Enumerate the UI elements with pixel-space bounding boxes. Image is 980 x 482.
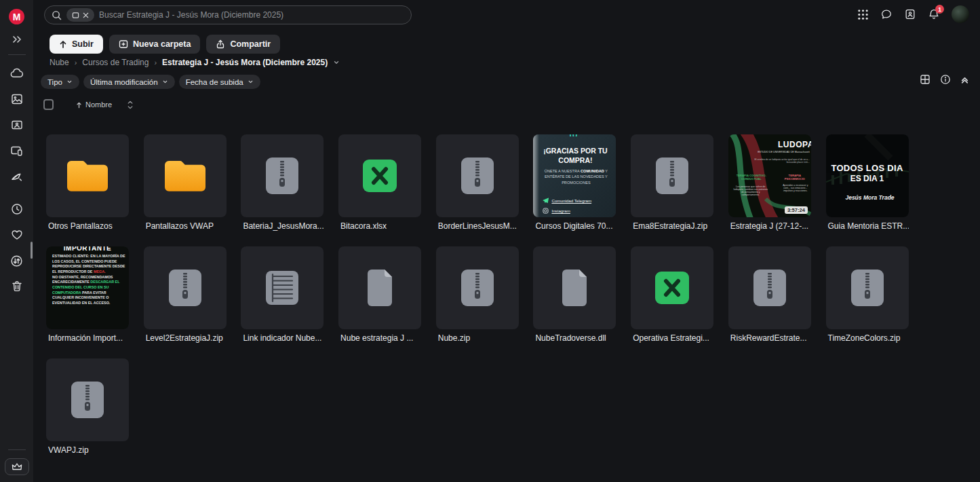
item-name: Guia Mentoria ESTR... (826, 221, 909, 231)
upload-arrow-icon (59, 40, 67, 49)
filter-modified-chip[interactable]: Última modificación (83, 75, 175, 89)
file-item[interactable]: Level2EstrategiaJ.zip (144, 246, 227, 343)
breadcrumb-separator-icon: › (154, 58, 157, 67)
file-item[interactable]: Operativa Estrategi... (631, 246, 713, 343)
file-item[interactable]: Bitacora.xlsx (338, 134, 421, 231)
item-thumbnail[interactable] (436, 246, 519, 329)
recents-clock-icon[interactable] (4, 199, 30, 219)
main-content: 1 Subir Nueva carpeta Compartir Nube › C… (33, 0, 980, 482)
clear-chip-icon[interactable] (83, 12, 89, 18)
expand-sidebar-icon[interactable] (12, 34, 22, 46)
contacts-icon[interactable] (904, 8, 916, 20)
item-thumbnail[interactable] (338, 134, 421, 217)
item-name: NubeTradoverse.dll (533, 333, 616, 343)
select-all-checkbox[interactable] (43, 99, 54, 110)
item-thumbnail[interactable]: IMPORTANTE ESTIMADO CLIENTE: EN LA MAYOR… (46, 246, 129, 329)
item-thumbnail[interactable]: TU.. ¡GRACIAS POR TU COMPRA! ÚNETE A NUE… (533, 134, 616, 217)
search-input[interactable] (99, 10, 404, 20)
account-avatar[interactable] (952, 5, 969, 23)
filter-uploaded-chip[interactable]: Fecha de subida (179, 75, 260, 89)
file-item[interactable]: NubeTradoverse.dll (533, 246, 616, 343)
item-thumbnail[interactable] (826, 246, 909, 329)
search-scope-chip[interactable] (66, 8, 94, 22)
devices-icon[interactable] (4, 141, 30, 161)
file-item[interactable]: TU.. ¡GRACIAS POR TU COMPRA! ÚNETE A NUE… (533, 134, 616, 231)
file-item[interactable]: RiskRewardEstrate... (728, 246, 811, 343)
transfers-icon[interactable] (4, 251, 30, 271)
item-name: Otros Pantallazos (46, 221, 129, 231)
file-item[interactable]: BorderLinesJesusM... (436, 134, 519, 231)
shared-items-icon[interactable] (4, 115, 30, 135)
item-thumbnail[interactable] (436, 134, 519, 217)
item-thumbnail[interactable]: LUDOPA ESTUDIO DE UNIVERSIDAD DE Massach… (728, 134, 811, 217)
item-thumbnail[interactable]: TODOS LOS DIA ES DIA 1 Jesús Mora Trade (826, 134, 909, 217)
chat-icon[interactable] (880, 8, 893, 20)
item-thumbnail[interactable] (728, 246, 811, 329)
folder-item[interactable]: Otros Pantallazos (46, 134, 129, 231)
item-thumbnail[interactable] (46, 134, 129, 217)
file-item[interactable]: TimeZoneColors.zip (826, 246, 909, 343)
apps-grid-icon[interactable] (857, 9, 869, 20)
photos-icon[interactable] (4, 89, 30, 109)
file-item[interactable]: BateriaJ_JesusMora... (241, 134, 324, 231)
breadcrumb-root[interactable]: Nube (50, 58, 69, 67)
rubbish-bin-icon[interactable] (4, 276, 30, 297)
notifications-bell-icon[interactable]: 1 (928, 8, 940, 20)
item-name: BateriaJ_JesusMora... (241, 221, 324, 231)
item-thumbnail[interactable] (241, 246, 324, 329)
instagram-icon (543, 208, 549, 214)
item-thumbnail[interactable] (46, 358, 129, 441)
file-item[interactable]: TODOS LOS DIA ES DIA 1 Jesús Mora Trade … (826, 134, 909, 231)
item-name: Ema8EstrategiaJ.zip (631, 221, 713, 231)
sort-by-name[interactable]: Nombre (76, 100, 112, 109)
sort-ascending-icon (76, 101, 82, 109)
favourites-heart-icon[interactable] (4, 225, 30, 245)
upgrade-crown-icon[interactable] (5, 458, 29, 475)
file-item[interactable]: Link indicador Nube... (241, 246, 324, 343)
filter-type-chip[interactable]: Tipo (41, 75, 79, 89)
file-item[interactable]: Nube estrategia J ... (338, 246, 421, 343)
file-item[interactable]: Nube.zip (436, 246, 519, 343)
item-name: Estrategia J (27-12-... (728, 221, 811, 231)
topbar-icons: 1 (857, 5, 969, 23)
item-thumbnail[interactable] (631, 246, 713, 329)
list-header: Nombre (43, 99, 134, 110)
sidebar-scrollbar[interactable] (31, 242, 33, 259)
file-item[interactable]: VWAPJ.zip (46, 358, 129, 455)
item-thumbnail[interactable] (144, 246, 227, 329)
zip-file-icon (753, 269, 787, 307)
file-item[interactable]: Ema8EstrategiaJ.zip (631, 134, 713, 231)
pen-icon[interactable] (4, 166, 30, 187)
share-button[interactable]: Compartir (206, 35, 280, 54)
item-name: Level2EstrategiaJ.zip (144, 333, 227, 343)
sort-toggle-icon[interactable] (127, 100, 134, 110)
breadcrumb-separator-icon: › (75, 58, 77, 67)
chevron-down-icon (66, 79, 73, 85)
item-thumbnail[interactable] (631, 134, 713, 217)
file-item[interactable]: IMPORTANTE ESTIMADO CLIENTE: EN LA MAYOR… (46, 246, 129, 343)
zip-file-icon (265, 157, 299, 195)
folder-item[interactable]: Pantallazos VWAP (144, 134, 227, 231)
cloud-drive-icon[interactable] (4, 63, 30, 84)
upload-button[interactable]: Subir (50, 35, 103, 54)
breadcrumb-parent[interactable]: Cursos de Trading (82, 58, 149, 67)
zip-file-icon (655, 157, 689, 195)
item-thumbnail[interactable] (338, 246, 421, 329)
breadcrumb-current[interactable]: Estrategia J - Jesús Mora (Diciembre 202… (162, 58, 328, 67)
item-thumbnail[interactable] (241, 134, 324, 217)
sidebar-divider-bottom (8, 449, 26, 450)
collapse-up-icon[interactable] (960, 75, 969, 84)
mega-logo-icon[interactable]: M (9, 9, 24, 24)
breadcrumb-chevron-down-icon[interactable] (333, 59, 340, 66)
file-item[interactable]: LUDOPA ESTUDIO DE UNIVERSIDAD DE Massach… (728, 134, 811, 231)
search-bar[interactable] (44, 5, 412, 24)
info-circle-icon[interactable] (940, 74, 951, 85)
item-thumbnail[interactable] (144, 134, 227, 217)
item-thumbnail[interactable] (533, 246, 616, 329)
filter-row: Tipo Última modificación Fecha de subida (41, 75, 260, 89)
new-folder-button[interactable]: Nueva carpeta (109, 35, 200, 54)
item-name: TimeZoneColors.zip (826, 333, 909, 343)
chevron-down-icon (248, 79, 254, 85)
grid-view-icon[interactable] (920, 74, 930, 85)
folder-icon (163, 159, 207, 193)
